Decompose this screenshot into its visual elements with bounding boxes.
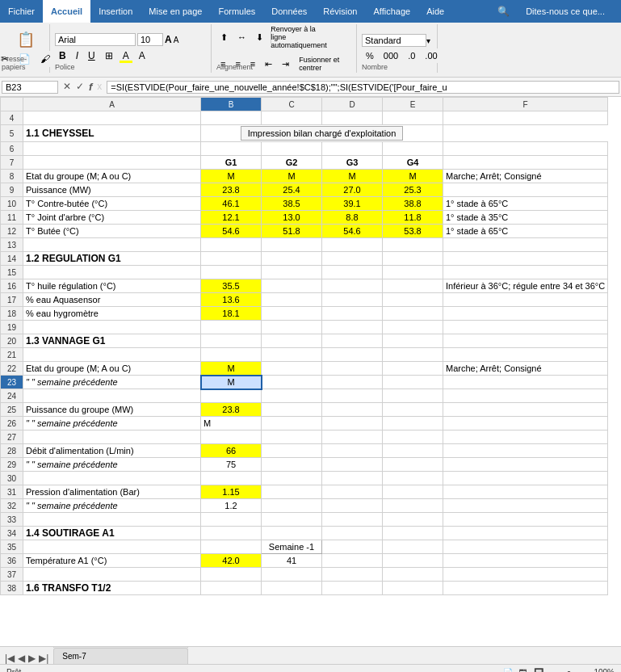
cell-F19[interactable]	[443, 321, 608, 334]
cell-B20[interactable]	[201, 334, 262, 348]
row-header[interactable]: 15	[1, 266, 23, 279]
cell-C25[interactable]	[262, 403, 322, 417]
cell-A32[interactable]: " " semaine précédente	[23, 499, 201, 513]
cell-B24[interactable]	[201, 389, 262, 403]
tab-sem-7[interactable]: Sem-7	[53, 648, 188, 664]
cell-E22[interactable]	[383, 362, 443, 376]
row-header[interactable]: 8	[1, 170, 23, 183]
cell-E7[interactable]: G4	[383, 156, 443, 170]
cell-B38[interactable]	[201, 582, 262, 595]
row-header[interactable]: 19	[1, 321, 23, 334]
cell-F37[interactable]	[443, 568, 608, 582]
cell-A6[interactable]	[23, 142, 201, 156]
cell-D12[interactable]: 54.6	[322, 225, 383, 238]
cell-E34[interactable]	[383, 527, 443, 540]
cell-A37[interactable]	[23, 568, 201, 582]
row-header[interactable]: 38	[1, 582, 23, 595]
cell-E35[interactable]	[383, 540, 443, 554]
cell-A36[interactable]: Température A1 (°C)	[23, 554, 201, 568]
cell-C26[interactable]	[262, 417, 322, 430]
cell-B13[interactable]	[201, 238, 262, 252]
border-button[interactable]: ⊞	[101, 48, 117, 64]
cell-D25[interactable]	[322, 403, 383, 417]
cell-A16[interactable]: T° huile régulation (°C)	[23, 279, 201, 293]
cell-F30[interactable]	[443, 472, 608, 485]
cell-D18[interactable]	[322, 307, 383, 321]
cell-E11[interactable]: 11.8	[383, 211, 443, 225]
cell-E25[interactable]	[383, 403, 443, 417]
cell-A33[interactable]	[23, 513, 201, 527]
cell-A19[interactable]	[23, 321, 201, 334]
cell-B19[interactable]	[201, 321, 262, 334]
cell-A26[interactable]: " " semaine précédente	[23, 417, 201, 430]
row-header[interactable]: 11	[1, 211, 23, 225]
col-header-d[interactable]: D	[322, 98, 383, 111]
cell-A20[interactable]: 1.3 VANNAGE G1	[23, 334, 201, 348]
cell-A5[interactable]: 1.1 CHEYSSEL	[23, 125, 201, 142]
cell-E23[interactable]	[383, 376, 443, 389]
cell-F18[interactable]	[443, 307, 608, 321]
cell-C18[interactable]	[262, 307, 322, 321]
cell-B10[interactable]: 46.1	[201, 197, 262, 211]
cell-F16[interactable]: Inférieur à 36°C; régule entre 34 et 36°…	[443, 279, 608, 293]
row-header[interactable]: 5	[1, 125, 23, 142]
cell-C14[interactable]	[262, 252, 322, 266]
cell-F7[interactable]	[443, 156, 608, 170]
menu-formules[interactable]: Formules	[210, 0, 263, 23]
cell-F6[interactable]	[443, 142, 608, 156]
cell-B17[interactable]: 13.6	[201, 293, 262, 307]
cell-F31[interactable]	[443, 485, 608, 499]
cell-A15[interactable]	[23, 266, 201, 279]
cell-A9[interactable]: Puissance (MW)	[23, 183, 201, 197]
cell-A18[interactable]: % eau hygromètre	[23, 307, 201, 321]
cancel-formula-icon[interactable]: ✕	[61, 81, 73, 93]
cell-D15[interactable]	[322, 266, 383, 279]
fill-color-button[interactable]: A	[119, 48, 133, 64]
cell-A7[interactable]	[23, 156, 201, 170]
cell-B26[interactable]: M	[201, 417, 262, 430]
cell-A25[interactable]: Puissance du groupe (MW)	[23, 403, 201, 417]
row-header[interactable]: 33	[1, 513, 23, 527]
cell-E13[interactable]	[383, 238, 443, 252]
row-header[interactable]: 20	[1, 334, 23, 348]
cell-E31[interactable]	[383, 485, 443, 499]
row-header[interactable]: 31	[1, 485, 23, 499]
row-header[interactable]: 25	[1, 403, 23, 417]
font-size-input[interactable]	[137, 33, 163, 46]
cell-reference-input[interactable]	[2, 81, 58, 94]
zoom-slider[interactable]: ——●——	[550, 668, 587, 672]
cell-A23[interactable]: " " semaine précédente	[23, 376, 201, 389]
cell-D31[interactable]	[322, 485, 383, 499]
font-shrink-icon[interactable]: A	[174, 36, 179, 44]
cell-C31[interactable]	[262, 485, 322, 499]
cell-E26[interactable]	[383, 417, 443, 430]
cell-C38[interactable]	[262, 582, 322, 595]
cell-C7[interactable]: G2	[262, 156, 322, 170]
row-header[interactable]: 24	[1, 389, 23, 403]
cell-D23[interactable]	[322, 376, 383, 389]
cell-F4[interactable]	[443, 111, 608, 125]
cell-D36[interactable]	[322, 554, 383, 568]
cell-D19[interactable]	[322, 321, 383, 334]
cell-B9[interactable]: 23.8	[201, 183, 262, 197]
cell-D35[interactable]	[322, 540, 383, 554]
cell-B15[interactable]	[201, 266, 262, 279]
underline-button[interactable]: U	[84, 48, 99, 64]
cell-C13[interactable]	[262, 238, 322, 252]
cell-F12[interactable]: 1° stade à 65°C	[443, 225, 608, 238]
row-header[interactable]: 16	[1, 279, 23, 293]
cell-C4[interactable]	[262, 111, 322, 125]
cell-C6[interactable]	[262, 142, 322, 156]
cell-E21[interactable]	[383, 348, 443, 362]
row-header[interactable]: 37	[1, 568, 23, 582]
cell-C15[interactable]	[262, 266, 322, 279]
row-header[interactable]: 10	[1, 197, 23, 211]
row-header[interactable]: 32	[1, 499, 23, 513]
cell-A29[interactable]: " " semaine précédente	[23, 458, 201, 472]
cell-D33[interactable]	[322, 513, 383, 527]
cell-B16[interactable]: 35.5	[201, 279, 262, 293]
cell-F22[interactable]: Marche; Arrêt; Consigné	[443, 362, 608, 376]
cell-C36[interactable]: 41	[262, 554, 322, 568]
cell-E33[interactable]	[383, 513, 443, 527]
cell-B8[interactable]: M	[201, 170, 262, 183]
